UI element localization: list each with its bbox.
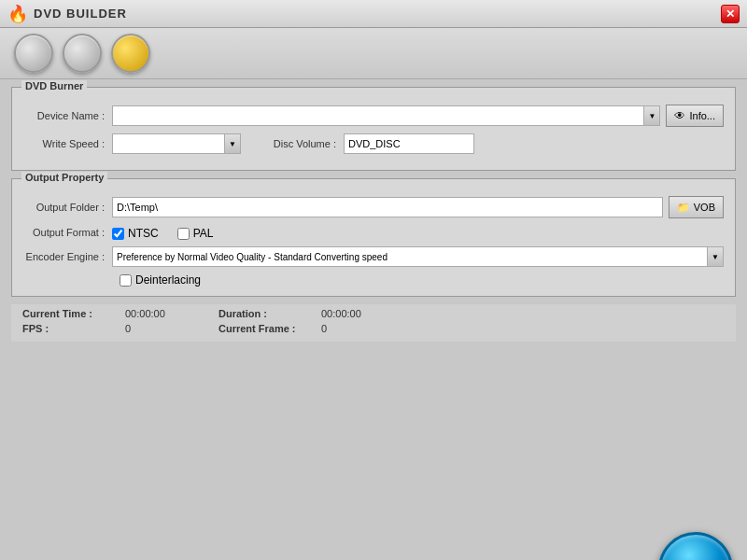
deinterlacing-checkbox-row[interactable]: Deinterlacing xyxy=(120,273,724,287)
device-name-dropdown[interactable]: ▼ xyxy=(112,105,660,126)
main-content: DVD Burner Device Name : ▼ 👁 Info... Wri… xyxy=(0,79,747,560)
vob-button[interactable]: 📁 VOB xyxy=(669,196,724,218)
duration-label: Duration : xyxy=(218,308,321,319)
info-button-label: Info... xyxy=(689,110,715,121)
pal-checkbox-row[interactable]: PAL xyxy=(177,227,214,240)
output-folder-label: Output Folder : xyxy=(23,202,112,213)
write-speed-input[interactable] xyxy=(112,133,224,154)
output-folder-row: Output Folder : 📁 VOB xyxy=(23,196,724,218)
close-button[interactable]: ✕ xyxy=(721,5,740,23)
device-name-arrow[interactable]: ▼ xyxy=(643,105,660,126)
encoder-arrow[interactable]: ▼ xyxy=(707,246,724,267)
ntsc-checkbox-row[interactable]: NTSC xyxy=(112,227,159,240)
dvd-burner-group: DVD Burner Device Name : ▼ 👁 Info... Wri… xyxy=(11,87,736,171)
write-speed-row: Write Speed : ▼ Disc Volume : xyxy=(23,133,724,154)
device-name-row: Device Name : ▼ 👁 Info... xyxy=(23,105,724,127)
current-time-value: 00:00:00 xyxy=(125,308,218,319)
encoder-engine-label: Encoder Engine : xyxy=(23,251,112,262)
time-row: Current Time : 00:00:00 Duration : 00:00… xyxy=(22,308,725,319)
toolbar xyxy=(0,28,747,79)
output-property-title: Output Property xyxy=(21,172,107,183)
status-area: Current Time : 00:00:00 Duration : 00:00… xyxy=(11,304,736,342)
app-title: DVD BUILDER xyxy=(34,7,127,21)
encoder-engine-input[interactable] xyxy=(112,246,707,267)
fps-row: FPS : 0 Current Frame : 0 xyxy=(22,323,725,334)
title-bar: 🔥 DVD BUILDER ✕ xyxy=(0,0,747,28)
info-button[interactable]: 👁 Info... xyxy=(666,105,724,127)
fps-value: 0 xyxy=(125,323,218,334)
deinterlacing-label: Deinterlacing xyxy=(135,273,201,287)
toolbar-button-1[interactable] xyxy=(14,34,53,73)
title-bar-left: 🔥 DVD BUILDER xyxy=(7,4,127,24)
deinterlacing-checkbox[interactable] xyxy=(120,274,132,287)
duration-value: 00:00:00 xyxy=(321,308,415,319)
device-name-input[interactable] xyxy=(112,105,643,126)
disc-volume-input[interactable] xyxy=(344,133,474,154)
pal-checkbox[interactable] xyxy=(177,228,190,240)
output-format-row: Output Format : NTSC PAL xyxy=(23,225,724,240)
device-name-label: Device Name : xyxy=(23,110,112,121)
toolbar-button-3[interactable] xyxy=(111,34,150,73)
vob-button-label: VOB xyxy=(694,202,715,213)
deinterlacing-row: Deinterlacing xyxy=(120,273,724,287)
encoder-engine-row: Encoder Engine : ▼ xyxy=(23,246,724,267)
disc-volume-label: Disc Volume : xyxy=(260,138,344,149)
flame-icon: 🔥 xyxy=(7,4,28,24)
write-speed-arrow[interactable]: ▼ xyxy=(224,133,241,154)
write-speed-label: Write Speed : xyxy=(23,138,112,149)
output-folder-input[interactable] xyxy=(112,197,663,217)
encoder-dropdown[interactable]: ▼ xyxy=(112,246,724,267)
ntsc-label: NTSC xyxy=(128,227,159,240)
current-frame-value: 0 xyxy=(321,323,415,334)
write-speed-dropdown[interactable]: ▼ xyxy=(112,133,241,154)
folder-icon: 📁 xyxy=(677,202,690,214)
current-time-label: Current Time : xyxy=(22,308,125,319)
toolbar-button-2[interactable] xyxy=(63,34,102,73)
output-property-group: Output Property Output Folder : 📁 VOB Ou… xyxy=(11,178,736,297)
dvd-burner-title: DVD Burner xyxy=(21,80,87,91)
output-format-label: Output Format : xyxy=(23,227,112,238)
pal-label: PAL xyxy=(193,227,214,240)
current-frame-label: Current Frame : xyxy=(218,323,321,334)
ntsc-checkbox[interactable] xyxy=(112,228,124,240)
fps-label: FPS : xyxy=(22,323,125,334)
eye-icon: 👁 xyxy=(674,109,685,122)
